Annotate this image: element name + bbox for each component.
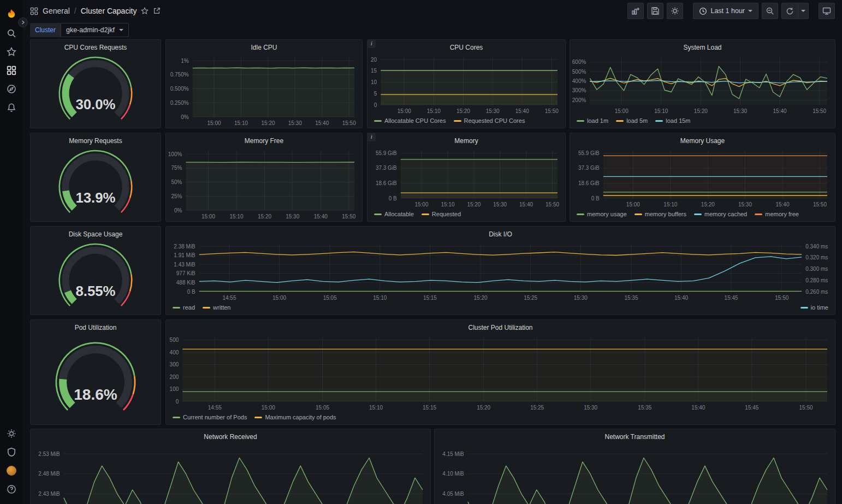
svg-text:15:00: 15:00 — [414, 201, 428, 207]
sidebar-item-profile[interactable] — [2, 461, 21, 480]
panel-title[interactable]: Memory — [367, 135, 565, 146]
panel-title[interactable]: Idle CPU — [166, 42, 362, 53]
panel-title[interactable]: Cluster Pod Utilization — [166, 322, 835, 333]
legend-item[interactable]: memory cached — [694, 211, 747, 217]
memory-chart[interactable]: 15:0015:1015:2015:3015:4015:5055.9 GiB37… — [367, 146, 565, 209]
panel-title[interactable]: CPU Cores — [367, 42, 565, 53]
legend-swatch — [801, 307, 808, 309]
legend-item[interactable]: io time — [801, 304, 828, 311]
svg-text:4.15 MiB: 4.15 MiB — [442, 451, 464, 457]
legend-item[interactable]: memory buffers — [635, 211, 686, 217]
dashboard-toolbar: Last 1 hour — [627, 3, 835, 19]
sidebar-item-alerting[interactable] — [2, 98, 21, 117]
network-received-chart[interactable]: 2.53 MiB2.48 MiB2.43 MiB2.38 MiB2.34 MiB — [31, 442, 430, 504]
dashboards-grid-icon — [7, 66, 16, 75]
chart-canvas[interactable]: 15:0015:1015:2015:3015:4015:5020151050 — [367, 53, 565, 116]
legend-swatch — [655, 120, 663, 122]
chart-canvas[interactable]: 14:5515:0015:0515:1015:1515:2015:2515:30… — [166, 240, 835, 303]
panel-info-icon[interactable] — [367, 40, 376, 48]
svg-text:15:10: 15:10 — [663, 201, 677, 207]
svg-text:0%: 0% — [181, 114, 189, 120]
legend-item[interactable]: read — [173, 304, 195, 311]
breadcrumb-section[interactable]: General — [43, 7, 70, 15]
panel-title[interactable]: Memory Usage — [570, 135, 835, 146]
panel-title[interactable]: Network Transmitted — [435, 431, 835, 442]
svg-text:0.750%: 0.750% — [170, 72, 189, 78]
sidebar-item-search[interactable] — [2, 24, 21, 43]
panel-title[interactable]: Memory Free — [166, 135, 362, 146]
legend-item[interactable]: Current number of Pods — [173, 414, 247, 420]
chart-canvas[interactable]: 14:5515:0015:0515:1015:1515:2015:2515:30… — [166, 333, 835, 412]
chart-canvas[interactable]: 15:0015:1015:2015:3015:4015:501%0.750%0.… — [166, 53, 362, 128]
svg-text:300: 300 — [170, 361, 179, 367]
memory-usage-chart[interactable]: 15:0015:1015:2015:3015:4015:5055.9 GiB37… — [570, 146, 835, 209]
add-panel-button[interactable] — [627, 3, 644, 19]
panel-network-received: Network Received 2.53 MiB2.48 MiB2.43 Mi… — [30, 429, 431, 504]
legend-item[interactable]: memory usage — [577, 211, 627, 217]
chart-canvas[interactable]: 15:0015:1015:2015:3015:4015:5055.9 GiB37… — [367, 146, 565, 209]
legend-item[interactable]: Allocatable — [374, 211, 414, 217]
legend-label: memory free — [765, 211, 799, 217]
legend-item[interactable]: Requested CPU Cores — [454, 117, 525, 124]
variable-cluster-label[interactable]: Cluster — [30, 23, 61, 37]
panel-info-icon[interactable] — [367, 133, 376, 141]
panel-pod-utilization: Pod Utilization 18.6% — [30, 319, 161, 425]
svg-text:13.9%: 13.9% — [75, 190, 115, 205]
sidebar-item-explore[interactable] — [2, 80, 21, 98]
legend-item[interactable]: load 15m — [655, 117, 690, 124]
chart-canvas[interactable]: 2.53 MiB2.48 MiB2.43 MiB2.38 MiB2.34 MiB — [31, 442, 430, 504]
chart-canvas[interactable]: 15:0015:1015:2015:3015:4015:5055.9 GiB37… — [570, 146, 835, 209]
cycle-view-mode-button[interactable] — [819, 3, 835, 19]
svg-text:15:35: 15:35 — [638, 405, 651, 411]
chevron-down-icon — [801, 10, 805, 12]
chart-canvas[interactable]: 4.15 MiB4.10 MiB4.05 MiB4.01 MiB3.96 MiB — [435, 442, 835, 504]
cpu-cores-chart[interactable]: 15:0015:1015:2015:3015:4015:5020151050 — [367, 53, 565, 116]
panel-legend: load 1mload 5mload 15m — [570, 116, 835, 128]
panel-title[interactable]: Disk I/O — [166, 229, 835, 240]
variable-cluster-select[interactable]: gke-admin-d2jkf — [61, 23, 129, 37]
svg-text:1%: 1% — [181, 58, 189, 64]
legend-item[interactable]: load 5m — [616, 117, 648, 124]
grafana-logo-icon — [5, 8, 18, 21]
legend-item[interactable]: memory free — [755, 211, 799, 217]
explore-compass-icon — [7, 84, 16, 94]
admin-shield-icon — [7, 447, 16, 457]
panel-title[interactable]: Network Received — [31, 431, 430, 442]
disk-io-chart[interactable]: 14:5515:0015:0515:1015:1515:2015:2515:30… — [166, 240, 835, 303]
zoom-out-time-button[interactable] — [762, 3, 778, 19]
panel-title[interactable]: System Load — [570, 42, 835, 53]
star-dashboard-icon[interactable] — [141, 7, 149, 15]
legend-item[interactable]: Maximum capacity of pods — [254, 414, 336, 420]
sidebar-item-configuration[interactable] — [2, 424, 21, 443]
network-transmitted-chart[interactable]: 4.15 MiB4.10 MiB4.05 MiB4.01 MiB3.96 MiB — [435, 442, 835, 504]
sidebar-expand-chevron-icon[interactable] — [18, 17, 28, 27]
svg-text:15:20: 15:20 — [456, 108, 470, 114]
panel-title[interactable]: Disk Space Usage — [31, 229, 161, 240]
save-dashboard-button[interactable] — [647, 3, 663, 19]
memory-free-chart[interactable]: 15:0015:1015:2015:3015:4015:50100%75%50%… — [166, 146, 362, 221]
cluster-pod-utilization-chart[interactable]: 14:5515:0015:0515:1015:1515:2015:2515:30… — [166, 333, 835, 412]
legend-item[interactable]: Allocatable CPU Cores — [374, 117, 446, 124]
panel-title[interactable]: Memory Requests — [31, 135, 161, 146]
legend-item[interactable]: Requested — [422, 211, 461, 217]
panel-cpu-cores-requests: CPU Cores Requests 30.0% — [30, 39, 161, 128]
svg-text:0%: 0% — [174, 207, 182, 214]
panel-title[interactable]: CPU Cores Requests — [31, 42, 161, 53]
idle-cpu-chart[interactable]: 15:0015:1015:2015:3015:4015:501%0.750%0.… — [166, 53, 362, 128]
sidebar-item-starred[interactable] — [2, 43, 21, 61]
chart-canvas[interactable]: 15:0015:1015:2015:3015:4015:50100%75%50%… — [166, 146, 362, 221]
panel-title[interactable]: Pod Utilization — [31, 322, 161, 333]
refresh-dashboard-button[interactable] — [781, 3, 798, 19]
dashboard-settings-button[interactable] — [667, 3, 683, 19]
legend-item[interactable]: load 1m — [577, 117, 608, 124]
sidebar-item-help[interactable] — [2, 480, 21, 499]
svg-text:4.10 MiB: 4.10 MiB — [442, 471, 464, 477]
sidebar-item-dashboards[interactable] — [2, 61, 21, 80]
chart-canvas[interactable]: 15:0015:1015:2015:3015:4015:50600%500%40… — [570, 53, 835, 116]
time-range-picker[interactable]: Last 1 hour — [693, 3, 758, 19]
share-dashboard-icon[interactable] — [153, 7, 161, 15]
refresh-interval-dropdown[interactable] — [798, 3, 809, 19]
sidebar-item-server-admin[interactable] — [2, 443, 21, 461]
legend-item[interactable]: written — [203, 304, 230, 311]
system-load-chart[interactable]: 15:0015:1015:2015:3015:4015:50600%500%40… — [570, 53, 835, 116]
